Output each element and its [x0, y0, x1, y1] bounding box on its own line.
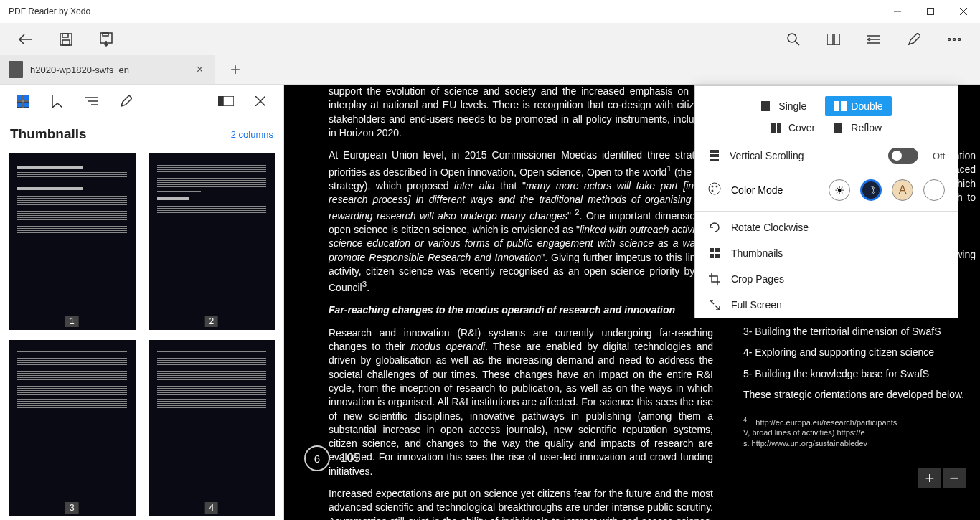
full-screen-item[interactable]: Full Screen	[695, 292, 958, 318]
outline-tab-button[interactable]	[75, 85, 109, 118]
svg-rect-21	[17, 95, 22, 100]
back-button[interactable]	[6, 23, 46, 56]
svg-rect-45	[710, 248, 714, 252]
document-icon	[9, 61, 23, 78]
total-pages: 105	[340, 451, 360, 465]
page-number: 4	[204, 502, 218, 514]
save-download-button[interactable]	[86, 23, 126, 56]
thumbnail-page[interactable]: 1	[9, 153, 136, 330]
svg-line-50	[715, 306, 720, 310]
svg-rect-32	[761, 101, 770, 111]
svg-point-42	[712, 186, 713, 187]
thumbnails-grid: 1 2 3 4 5 6	[0, 148, 283, 520]
columns-selector[interactable]: 2 columns	[231, 129, 273, 140]
zoom-controls: + −	[918, 468, 966, 488]
zoom-out-button[interactable]: −	[943, 468, 966, 488]
layout-single[interactable]: Single	[761, 96, 806, 116]
new-tab-button[interactable]: +	[215, 55, 255, 84]
window-close-button[interactable]	[947, 0, 980, 23]
color-mode-light[interactable]: ☀	[829, 179, 850, 201]
app-title: PDF Reader by Xodo	[9, 6, 90, 16]
svg-point-18	[948, 39, 951, 41]
vertical-scrolling-toggle[interactable]	[888, 148, 918, 164]
panel-title: Thumbnails	[10, 126, 87, 142]
svg-rect-13	[827, 34, 833, 45]
vertical-scroll-icon	[708, 150, 721, 161]
crop-icon	[708, 273, 721, 285]
vertical-scrolling-row: Vertical Scrolling Off	[695, 139, 958, 172]
tab-close-button[interactable]: ×	[194, 60, 206, 79]
color-mode-row: Color Mode ☀ ☽ A	[695, 172, 958, 208]
rotate-clockwise-item[interactable]: Rotate Clockwise	[695, 214, 958, 240]
tab-label: h2020-wp1820-swfs_en	[30, 65, 194, 75]
color-mode-sepia[interactable]: A	[892, 179, 913, 201]
thumbnail-page[interactable]: 4	[149, 340, 275, 516]
layout-reflow[interactable]: Reflow	[834, 122, 882, 133]
svg-rect-33	[834, 101, 839, 111]
crop-pages-item[interactable]: Crop Pages	[695, 266, 958, 292]
svg-rect-36	[777, 123, 781, 133]
svg-rect-37	[834, 123, 842, 133]
page-number: 3	[65, 502, 79, 514]
tab-strip: h2020-wp1820-swfs_en × +	[0, 56, 980, 85]
color-mode-none[interactable]	[923, 179, 945, 201]
side-panel: Thumbnails 2 columns 1 2 3 4 5 6	[0, 85, 284, 520]
svg-rect-38	[710, 150, 719, 153]
bookmarks-button[interactable]	[814, 23, 854, 56]
svg-rect-24	[24, 102, 29, 108]
page-number: 2	[204, 316, 218, 327]
svg-rect-6	[62, 34, 68, 37]
svg-point-43	[716, 186, 717, 187]
palette-icon	[708, 182, 721, 198]
thumbnail-page[interactable]: 2	[149, 153, 275, 330]
view-options-menu: Single Double Cover Reflow Vertical Scro…	[694, 85, 958, 318]
current-page-indicator[interactable]: 6	[304, 445, 330, 471]
more-button[interactable]	[934, 23, 974, 56]
layout-cover[interactable]: Cover	[771, 122, 815, 133]
rotate-icon	[708, 222, 721, 233]
svg-point-19	[953, 39, 956, 41]
main-toolbar	[0, 23, 980, 56]
svg-point-44	[712, 190, 713, 192]
svg-rect-14	[834, 34, 840, 45]
titlebar: PDF Reader by Xodo	[0, 0, 980, 23]
svg-rect-22	[24, 95, 29, 100]
svg-point-11	[788, 34, 796, 42]
svg-point-41	[709, 183, 720, 194]
svg-rect-29	[218, 96, 223, 106]
svg-rect-7	[62, 40, 70, 45]
fullscreen-icon	[708, 300, 721, 310]
annotations-tab-button[interactable]	[109, 85, 143, 118]
annotate-button[interactable]	[894, 23, 934, 56]
svg-point-20	[958, 39, 961, 41]
svg-rect-1	[928, 9, 934, 15]
thumbnails-tab-button[interactable]	[6, 85, 40, 118]
window-minimize-button[interactable]	[881, 0, 914, 23]
svg-rect-46	[715, 248, 720, 252]
bookmarks-tab-button[interactable]	[40, 85, 75, 118]
search-button[interactable]	[773, 23, 814, 56]
thumbnail-page[interactable]: 3	[9, 340, 136, 516]
page-number: 1	[65, 316, 79, 327]
layout-double[interactable]: Double	[825, 96, 891, 116]
document-tab[interactable]: h2020-wp1820-swfs_en ×	[0, 55, 215, 84]
toggle-state-label: Off	[933, 151, 945, 161]
svg-rect-35	[771, 123, 776, 133]
panel-layout-button[interactable]	[209, 85, 243, 118]
svg-rect-23	[17, 102, 22, 108]
page-counter: 6 105	[304, 445, 360, 471]
color-mode-dark[interactable]: ☽	[860, 179, 882, 201]
svg-rect-9	[103, 33, 108, 36]
grid-icon	[708, 248, 721, 258]
zoom-in-button[interactable]: +	[918, 468, 941, 488]
panel-close-button[interactable]	[243, 85, 278, 118]
svg-rect-34	[841, 101, 847, 111]
svg-line-12	[796, 42, 799, 45]
svg-line-49	[710, 300, 714, 304]
thumbnails-item[interactable]: Thumbnails	[695, 240, 958, 266]
window-maximize-button[interactable]	[914, 0, 947, 23]
svg-rect-48	[715, 254, 720, 258]
svg-rect-47	[710, 254, 714, 258]
save-button[interactable]	[46, 23, 86, 56]
view-options-button[interactable]	[854, 23, 894, 56]
